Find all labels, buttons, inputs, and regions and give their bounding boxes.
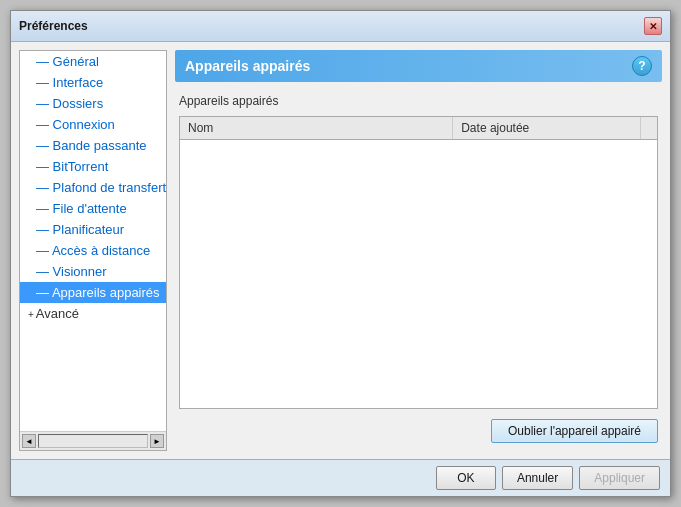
- window-title: Préférences: [19, 19, 88, 33]
- sidebar-item-interface[interactable]: — Interface: [20, 72, 166, 93]
- forget-device-button[interactable]: Oublier l'appareil appairé: [491, 419, 658, 443]
- section-body: Appareils appairés Nom Date ajoutée Oubl…: [175, 90, 662, 451]
- ok-button[interactable]: OK: [436, 466, 496, 490]
- sidebar-item-appareils-appaires[interactable]: — Appareils appairés: [20, 282, 166, 303]
- sidebar-item-avance[interactable]: +Avancé: [20, 303, 166, 324]
- sidebar-item-bande-passante[interactable]: — Bande passante: [20, 135, 166, 156]
- help-button[interactable]: ?: [632, 56, 652, 76]
- scroll-track: [38, 434, 148, 448]
- sidebar-scrollbar: ◄ ►: [20, 431, 166, 450]
- sidebar-item-dossiers[interactable]: — Dossiers: [20, 93, 166, 114]
- section-title: Appareils appairés: [185, 58, 310, 74]
- sidebar-item-acces-distance[interactable]: — Accès à distance: [20, 240, 166, 261]
- paired-devices-table: Nom Date ajoutée: [179, 116, 658, 409]
- sidebar-item-bittorrent[interactable]: — BitTorrent: [20, 156, 166, 177]
- table-body: [180, 140, 657, 408]
- section-header: Appareils appairés ?: [175, 50, 662, 82]
- preferences-window: Préférences ✕ — Général — Interface — Do…: [10, 10, 671, 497]
- sidebar-item-connexion[interactable]: — Connexion: [20, 114, 166, 135]
- table-header: Nom Date ajoutée: [180, 117, 657, 140]
- title-bar: Préférences ✕: [11, 11, 670, 42]
- close-button[interactable]: ✕: [644, 17, 662, 35]
- sidebar: — Général — Interface — Dossiers — Conne…: [19, 50, 167, 451]
- sidebar-item-general[interactable]: — Général: [20, 51, 166, 72]
- footer: OK Annuler Appliquer: [11, 459, 670, 496]
- col-empty: [641, 117, 657, 139]
- cancel-button[interactable]: Annuler: [502, 466, 573, 490]
- scroll-left-button[interactable]: ◄: [22, 434, 36, 448]
- sidebar-item-visionner[interactable]: — Visionner: [20, 261, 166, 282]
- sidebar-item-file-attente[interactable]: — File d'attente: [20, 198, 166, 219]
- sidebar-items-list: — Général — Interface — Dossiers — Conne…: [20, 51, 166, 431]
- group-label: Appareils appairés: [179, 94, 658, 108]
- sidebar-item-planificateur[interactable]: — Planificateur: [20, 219, 166, 240]
- action-row: Oublier l'appareil appairé: [179, 415, 658, 447]
- apply-button[interactable]: Appliquer: [579, 466, 660, 490]
- sidebar-full: — Général — Interface — Dossiers — Conne…: [20, 51, 166, 450]
- expand-icon: +: [28, 309, 34, 320]
- col-date: Date ajoutée: [453, 117, 641, 139]
- scroll-right-button[interactable]: ►: [150, 434, 164, 448]
- sidebar-item-plafond-transfert[interactable]: — Plafond de transfert: [20, 177, 166, 198]
- window-body: — Général — Interface — Dossiers — Conne…: [11, 42, 670, 459]
- main-content: Appareils appairés ? Appareils appairés …: [175, 50, 662, 451]
- col-nom: Nom: [180, 117, 453, 139]
